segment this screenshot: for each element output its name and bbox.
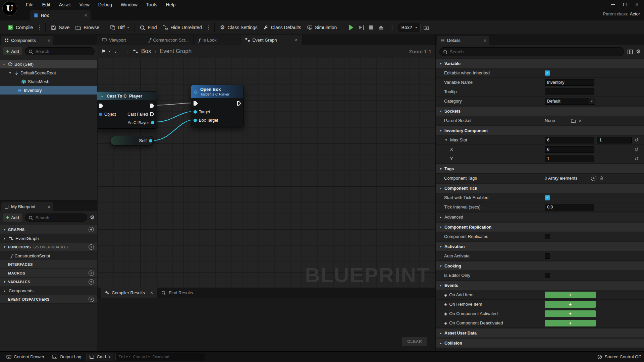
add-new-button[interactable]: +Add	[3, 214, 22, 222]
add-icon[interactable]: +	[89, 227, 94, 232]
tab-compiler-results[interactable]: Compiler Results×	[101, 288, 157, 298]
category-cooking[interactable]: ▾Cooking	[436, 261, 644, 271]
compile-options-kebab-icon[interactable]: ⋮	[36, 24, 43, 31]
gear-icon[interactable]: ⚙	[90, 215, 95, 220]
folder-icon[interactable]	[571, 118, 576, 123]
expand-arrow[interactable]: ▾	[439, 186, 443, 190]
expander-icon[interactable]: ▸	[3, 237, 7, 240]
cmd-dropdown[interactable]: Cmd ▾	[86, 353, 113, 361]
menu-asset[interactable]: Asset	[55, 0, 75, 9]
menu-view[interactable]: View	[75, 0, 94, 9]
category-sockets[interactable]: ▾Sockets	[436, 107, 644, 116]
reset-to-default-icon[interactable]: ↺	[634, 137, 639, 142]
tab-event-graph[interactable]: Event Graph×	[240, 35, 303, 45]
tab-components[interactable]: Components ×	[1, 36, 53, 45]
add-event-button[interactable]: +	[545, 292, 596, 298]
bookmark-flag-icon[interactable]: ⚑	[101, 49, 106, 54]
node-cast-to-c-player[interactable]: → Cast To C_Player ObjectCast Failed As …	[97, 91, 157, 129]
stop-button[interactable]	[369, 25, 373, 29]
tick-interval-secs-input[interactable]	[545, 204, 594, 210]
maximize-icon[interactable]	[620, 1, 630, 9]
x-input[interactable]	[545, 137, 594, 143]
play-button[interactable]	[349, 24, 354, 31]
expand-arrow[interactable]: ▾	[444, 138, 448, 142]
tab-my-blueprint[interactable]: My Blueprint ×	[1, 202, 53, 211]
tree-item-defaultsceneroot[interactable]: ▾DefaultSceneRoot	[0, 68, 97, 77]
variable-name-input[interactable]	[545, 79, 594, 86]
x-input[interactable]	[545, 146, 594, 153]
add-icon[interactable]: +	[89, 279, 94, 285]
checkbox[interactable]: ✓	[545, 70, 550, 76]
parent-class-link[interactable]: Actor	[630, 11, 640, 16]
add-event-button[interactable]: +	[545, 320, 596, 326]
content-drawer-button[interactable]: Content Drawer	[3, 353, 47, 361]
console-command-input[interactable]	[115, 353, 205, 361]
forward-arrow-icon[interactable]: →	[123, 48, 130, 55]
clear-button[interactable]: CLEAR	[402, 337, 427, 346]
object-pin[interactable]	[99, 113, 102, 116]
section-header-graphs[interactable]: ▾GRAPHS+	[0, 225, 97, 234]
expand-arrow[interactable]: ▾	[439, 225, 443, 229]
find-button[interactable]: Find	[137, 22, 160, 33]
add-event-button[interactable]: +	[545, 310, 596, 317]
checkbox[interactable]: ✓	[545, 195, 550, 200]
my-blueprint-search[interactable]	[25, 214, 87, 222]
components-search[interactable]	[25, 47, 95, 55]
section-header-variables[interactable]: ▾VARIABLES+	[0, 278, 97, 286]
components-search-input[interactable]	[35, 49, 91, 54]
tab-construction-scr[interactable]: ƒConstruction Scr...	[144, 35, 194, 45]
details-search[interactable]	[439, 47, 624, 56]
compile-button[interactable]: Compile	[5, 22, 36, 33]
checkbox[interactable]	[545, 234, 550, 239]
browse-to-debug-object-button[interactable]	[421, 22, 432, 33]
add-icon[interactable]: +	[89, 244, 94, 250]
tree-item-staticmesh[interactable]: StaticMesh	[0, 77, 97, 86]
event-graph-canvas[interactable]: → Cast To C_Player ObjectCast Failed As …	[97, 58, 435, 288]
checkbox[interactable]	[545, 253, 550, 259]
output-log-button[interactable]: Output Log	[49, 353, 84, 361]
browse-button[interactable]: Browse	[72, 22, 102, 33]
menu-window[interactable]: Window	[116, 0, 142, 9]
expand-arrow[interactable]: ▾	[439, 167, 443, 171]
expander-icon[interactable]: ▸	[3, 289, 7, 293]
y-input[interactable]	[545, 156, 594, 162]
clear-icon[interactable]: ×	[579, 118, 582, 123]
expand-arrow[interactable]: ▾	[439, 109, 443, 113]
play-options-kebab-icon[interactable]: ⋮	[389, 24, 396, 31]
save-button[interactable]: Save	[48, 22, 72, 33]
node-open-box[interactable]: ◇ Open BoxTarget is C Player Target Box …	[191, 85, 244, 126]
eject-button[interactable]	[379, 25, 383, 29]
tab-is-look[interactable]: ƒIs Look	[194, 35, 240, 45]
class-settings-button[interactable]: ⚙ Class Settings	[217, 22, 261, 33]
menu-tools[interactable]: Tools	[142, 0, 162, 9]
asset-tab-box[interactable]: Box ×	[30, 10, 91, 20]
section-header-functions[interactable]: ▾FUNCTIONS(25 OVERRIDABLE)+	[0, 243, 97, 251]
expand-arrow[interactable]: ▾	[439, 284, 443, 287]
expand-arrow[interactable]: ▾	[439, 129, 443, 132]
menu-help[interactable]: Help	[162, 0, 180, 9]
details-search-input[interactable]	[450, 49, 621, 54]
node-self[interactable]: Self	[110, 136, 154, 145]
reset-to-default-icon[interactable]: ↺	[634, 147, 639, 152]
exec-in-pin[interactable]	[194, 101, 198, 106]
exec-out-pin[interactable]	[150, 104, 154, 108]
list-item-eventgraph[interactable]: ▸EventGraph	[0, 234, 97, 243]
source-control-status[interactable]: Source Control Off	[597, 354, 641, 359]
category-component-replication[interactable]: ▾Component Replication	[436, 223, 644, 232]
add-event-button[interactable]: +	[545, 301, 596, 308]
tree-item-inventory[interactable]: Inventory	[0, 86, 97, 95]
expand-arrow[interactable]: ▾	[3, 245, 7, 249]
tooltip-input[interactable]	[545, 88, 594, 95]
close-icon[interactable]: ×	[481, 38, 486, 43]
hide-unrelated-button[interactable]: Hide Unrelated	[160, 22, 205, 33]
back-arrow-icon[interactable]: ←	[114, 48, 120, 55]
as-c-player-pin[interactable]	[151, 121, 154, 124]
category-advanced[interactable]: ▸Advanced	[436, 213, 644, 222]
display-options-icon[interactable]	[628, 50, 633, 54]
list-item-components[interactable]: ▸Components	[0, 286, 97, 295]
menu-file[interactable]: File	[21, 0, 38, 9]
self-pin[interactable]	[149, 139, 152, 142]
tab-details[interactable]: Details ×	[437, 36, 489, 45]
expander-icon[interactable]: ▾	[2, 62, 6, 66]
category-inventory-component[interactable]: ▾Inventory Component	[436, 126, 644, 135]
